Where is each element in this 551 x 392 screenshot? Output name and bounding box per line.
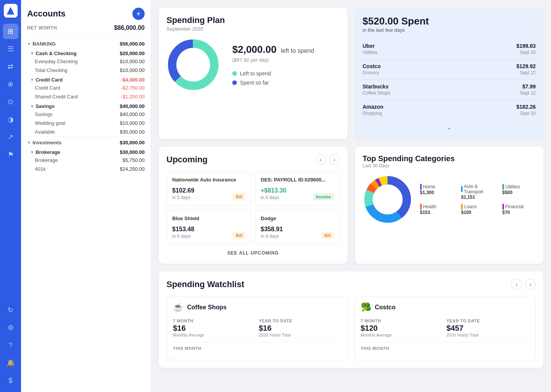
- health-bar: [420, 204, 422, 210]
- sidebar-item-trend[interactable]: ↗: [3, 129, 18, 145]
- bill-badge: Bill: [233, 193, 245, 200]
- sidebar-item-goal[interactable]: ⚑: [3, 147, 18, 162]
- savings-header[interactable]: ▼ Savings $40,000.00: [27, 101, 145, 110]
- sidebar-item-notifications[interactable]: 🔔: [3, 355, 18, 371]
- upcoming-prev-button[interactable]: ‹: [315, 154, 326, 165]
- sidebar-item-account[interactable]: $: [3, 373, 18, 388]
- watchlist-next-button[interactable]: ›: [525, 279, 536, 290]
- upcoming-title: Upcoming: [166, 155, 208, 165]
- total-checking-name: Total Checking: [35, 67, 67, 73]
- everyday-checking-value: $10,000.00: [120, 59, 145, 64]
- top-spending-body: Home $1,300 Auto & Transport $1,151: [363, 175, 536, 224]
- income-badge: Income: [313, 193, 334, 200]
- main-content: Spending Plan September 2020 $2,000.00 l…: [151, 0, 551, 392]
- transaction-row: Costco Grocery $129.92 Sept 12: [363, 59, 536, 80]
- transactions-list: Uber Utilities $199.83 Sept 15 Costco Gr…: [363, 39, 536, 120]
- sidebar-item-search[interactable]: ⊙: [3, 94, 18, 109]
- watchlist-prev-button[interactable]: ‹: [511, 279, 522, 290]
- auto-bar: [461, 186, 463, 192]
- show-more-button[interactable]: ⌄: [446, 123, 452, 131]
- spending-plan-card: Spending Plan September 2020 $2,000.00 l…: [159, 8, 347, 139]
- net-worth-row: NET WORTH $86,000.00: [27, 24, 145, 31]
- upcoming-item-3: Dodge $358.91 in 6 days Bill: [255, 210, 339, 245]
- upcoming-next-button[interactable]: ›: [329, 154, 340, 165]
- txn-amount: $199.83: [516, 43, 536, 49]
- cat-loans: Loans $100: [461, 204, 495, 215]
- cash-checking-header[interactable]: ▼ Cash & Checking $20,000.00: [27, 48, 145, 57]
- spending-info: $2,000.00 left to spend ($97.92 per day)…: [232, 44, 340, 86]
- credit-card-header[interactable]: ▼ Credit Card -$4,000.00: [27, 75, 145, 83]
- wedding-goal-row: Wedding goal $10,000.00: [27, 119, 145, 127]
- watchlist-header: Spending Watchlist ‹ ›: [166, 279, 536, 290]
- credit-card-label: ▼ Credit Card: [30, 77, 63, 83]
- sidebar-item-transactions[interactable]: ☰: [3, 41, 18, 57]
- brokerage-label: ▼ Brokerage: [30, 149, 60, 155]
- spent-so-far-dot: [232, 80, 237, 85]
- sidebar: ⊞ ☰ ⇄ ⊕ ⊙ ◑ ↗ ⚑ ↻ ⚙ ? 🔔 $: [0, 0, 21, 392]
- watchlist-card: Spending Watchlist ‹ › ☕ Coffee Shops 7 …: [159, 271, 543, 368]
- sidebar-item-chart[interactable]: ◑: [3, 112, 18, 127]
- accounts-header: Accounts +: [27, 8, 145, 20]
- txn-category: Utilities: [363, 50, 378, 55]
- credit-card-value: -$4,000.00: [121, 77, 145, 83]
- sidebar-item-help[interactable]: ?: [3, 338, 18, 353]
- show-more: ⌄: [363, 120, 536, 131]
- sidebar-item-settings[interactable]: ⚙: [3, 320, 18, 335]
- watchlist-costco: 🥦 Costco 7 MONTH $120 Monthly Average YE…: [354, 296, 536, 360]
- svg-point-2: [176, 48, 210, 82]
- categories-grid: Home $1,300 Auto & Transport $1,151: [420, 184, 536, 215]
- cat-utilities: Utilities $500: [502, 184, 536, 200]
- top-spending-subtitle: Last 30 Days: [363, 163, 536, 168]
- spending-plan-body: $2,000.00 left to spend ($97.92 per day)…: [166, 38, 340, 91]
- brokerage-value: $30,000.00: [120, 149, 145, 155]
- spending-legend: Left to spend Spent so far: [232, 70, 340, 86]
- net-worth-value: $86,000.00: [114, 24, 145, 31]
- transaction-row: Starbucks Coffee Shops $7.99 Sept 12: [363, 80, 536, 100]
- watchlist-grid: ☕ Coffee Shops 7 MONTH $16 Monthly Avera…: [166, 296, 536, 360]
- banking-section[interactable]: ▼ BANKING $56,000.00: [27, 38, 145, 48]
- watchlist-title: Spending Watchlist: [166, 279, 244, 289]
- top-spending-title: Top Spending Categories: [363, 154, 536, 163]
- see-all: SEE ALL UPCOMING: [166, 245, 340, 256]
- transaction-row: Uber Utilities $199.83 Sept 15: [363, 39, 536, 59]
- sidebar-item-refresh[interactable]: ↻: [3, 302, 18, 318]
- cat-home: Home $1,300: [420, 184, 454, 200]
- financial-bar: [502, 204, 504, 210]
- txn-right: $199.83 Sept 15: [516, 43, 536, 55]
- sidebar-item-upload[interactable]: ⊕: [3, 77, 18, 92]
- upcoming-item-2: Blue Shield $153.48 in 6 days Bill: [166, 210, 251, 245]
- txn-name: Uber: [363, 43, 378, 49]
- watchlist-coffee-shops: ☕ Coffee Shops 7 MONTH $16 Monthly Avera…: [166, 296, 348, 360]
- home-bar: [420, 184, 422, 190]
- brokerage-header[interactable]: ▼ Brokerage $30,000.00: [27, 147, 145, 156]
- savings-label: ▼ Savings: [30, 103, 55, 109]
- savings-value: $40,000.00: [120, 103, 145, 109]
- investments-label: ▼ Investments: [27, 140, 62, 145]
- spent-header: $520.00 Spent: [363, 15, 536, 27]
- upcoming-item-1: DES: PAYROLL ID:029600... +$813.30 in 6 …: [255, 171, 339, 206]
- cat-health: Health $153: [420, 204, 454, 215]
- logo-mark: [7, 7, 15, 15]
- banking-label: ▼ BANKING: [27, 41, 56, 47]
- see-all-upcoming-button[interactable]: SEE ALL UPCOMING: [227, 250, 279, 256]
- cat-financial: Financial $70: [502, 204, 536, 215]
- spending-label: left to spend: [281, 47, 314, 54]
- investments-section[interactable]: ▼ Investments $30,000.00: [27, 136, 145, 147]
- spending-amount: $2,000.00 left to spend: [232, 44, 340, 56]
- loans-bar: [461, 204, 463, 210]
- shared-credit-card-value: -$1,250.00: [121, 94, 145, 100]
- sidebar-item-transfer[interactable]: ⇄: [3, 59, 18, 74]
- total-checking-value: $10,000.00: [120, 67, 145, 73]
- sidebar-item-dashboard[interactable]: ⊞: [3, 24, 18, 39]
- bill-badge-3: Bill: [321, 232, 334, 239]
- spending-donut: [166, 38, 220, 91]
- everyday-checking-name: Everyday Checking: [35, 59, 78, 64]
- investments-value: $30,000.00: [120, 140, 145, 145]
- add-account-button[interactable]: +: [132, 8, 145, 20]
- credit-card-row: Credit Card -$2,750.00: [27, 83, 145, 92]
- cash-checking-label: ▼ Cash & Checking: [30, 51, 77, 56]
- cat-auto: Auto & Transport $1,151: [461, 184, 495, 200]
- brokerage-account-row: Brokerage $5,750.00: [27, 156, 145, 165]
- upcoming-item-0: Nationwide Auto Insurance $102.69 in 5 d…: [166, 171, 251, 206]
- upcoming-grid: Nationwide Auto Insurance $102.69 in 5 d…: [166, 171, 340, 245]
